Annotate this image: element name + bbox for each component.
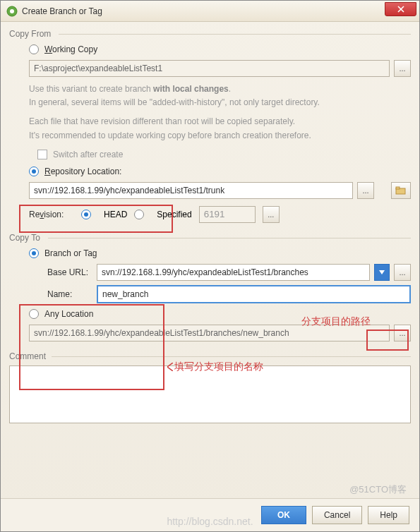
rev-head-radio[interactable] (81, 210, 91, 219)
annotation-name-note: 填写分支项目的名称 (167, 361, 263, 373)
any-location-label: Any Location (44, 309, 93, 319)
rev-specified-radio[interactable] (134, 210, 144, 219)
working-copy-path-input[interactable] (29, 60, 390, 77)
rev-head-label: HEAD (104, 210, 127, 219)
working-copy-radio[interactable] (29, 44, 39, 54)
name-label: Name: (47, 289, 92, 299)
window-title: Create Branch or Tag (22, 6, 385, 16)
repo-url-browse-button[interactable]: ... (357, 182, 374, 199)
annotation-path-note: 分支项目的路径 (301, 315, 371, 328)
revision-label: Revision: (29, 210, 74, 219)
comment-textarea[interactable] (9, 365, 411, 423)
chevron-down-icon (379, 270, 385, 274)
rev-number-input[interactable] (199, 206, 256, 223)
folder-icon (395, 186, 407, 195)
branch-name-input[interactable] (97, 285, 411, 303)
arrow-left-icon (167, 363, 173, 371)
rev-browse-button[interactable]: ... (263, 206, 280, 223)
help-button[interactable]: Help (368, 506, 409, 524)
base-url-label: Base URL: (47, 267, 92, 277)
branch-or-tag-radio[interactable] (29, 248, 39, 258)
base-url-input[interactable] (97, 264, 370, 281)
rev-specified-label: Specified (157, 210, 191, 219)
comment-legend: Comment (9, 351, 411, 361)
branch-or-tag-label: Branch or Tag (44, 248, 97, 258)
close-icon (397, 6, 404, 13)
base-url-browse-button[interactable]: ... (394, 264, 411, 281)
browse-path-button[interactable]: ... (394, 60, 411, 77)
svg-rect-3 (396, 187, 400, 189)
repo-url-input[interactable] (29, 182, 353, 199)
help-text-2: Each file that have revision different t… (29, 115, 411, 142)
svg-point-1 (10, 9, 14, 13)
base-url-dropdown-button[interactable] (374, 264, 390, 281)
help-text-1: Use this variant to create branch with l… (29, 83, 411, 109)
repository-location-label: Repository Location: (44, 167, 121, 176)
any-location-browse-button[interactable]: ... (394, 325, 411, 341)
app-icon (6, 6, 18, 17)
repo-browser-button[interactable] (391, 182, 411, 199)
repository-location-radio[interactable] (29, 167, 39, 176)
any-location-radio[interactable] (29, 309, 39, 319)
switch-after-checkbox[interactable] (37, 150, 47, 159)
working-copy-label: Working Copy (44, 44, 97, 54)
copy-from-legend: Copy From (9, 29, 411, 39)
close-button[interactable] (385, 2, 416, 16)
switch-after-label: Switch after create (53, 150, 123, 159)
cancel-button[interactable]: Cancel (312, 506, 362, 524)
ok-button[interactable]: OK (261, 506, 306, 524)
copy-to-legend: Copy To (9, 233, 411, 243)
